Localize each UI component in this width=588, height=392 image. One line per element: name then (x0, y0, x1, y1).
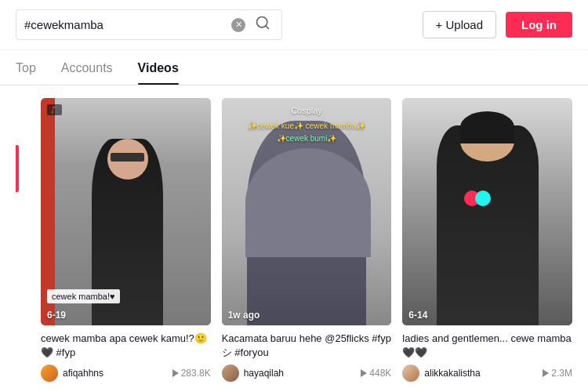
video-card-3: 6-14 ladies and gentlemen... cewe mamba … (402, 98, 572, 382)
videos-grid: 🎵 cewek mamba!♥ 6-19 cewek mamba apa cew… (41, 98, 572, 382)
cosplay-tag: Cosplay (291, 106, 322, 115)
upload-button[interactable]: + Upload (423, 11, 496, 38)
author-avatar-2 (222, 365, 239, 382)
sidebar-accent-bar (16, 145, 19, 192)
sidebar-partial (16, 98, 28, 382)
video-author-row-2: hayaqilah 448K (222, 365, 392, 382)
author-avatar-3 (402, 365, 419, 382)
video-card-1: 🎵 cewek mamba!♥ 6-19 cewek mamba apa cew… (41, 98, 211, 382)
video-duration-3: 6-14 (408, 310, 427, 321)
video-meta-3: ladies and gentlemen... cewe mamba 🖤🖤 al… (402, 332, 572, 382)
video-author-row-1: afiqahhns 283.8K (41, 365, 211, 382)
video-duration-2: 1w ago (228, 310, 260, 321)
play-icon-triangle-2 (361, 369, 367, 377)
play-count-2: 448K (361, 368, 391, 379)
video-thumbnail-3[interactable]: 6-14 (402, 98, 572, 325)
tab-videos[interactable]: Videos (138, 50, 179, 85)
author-avatar-1 (41, 365, 58, 382)
play-count-1: 283.8K (172, 368, 211, 379)
author-name-1: afiqahhns (63, 368, 103, 379)
video-description-3: ladies and gentlemen... cewe mamba 🖤🖤 (402, 332, 572, 360)
video-duration-1: 6-19 (47, 310, 66, 321)
search-button[interactable] (252, 15, 274, 34)
svg-line-1 (266, 26, 269, 29)
header-actions: + Upload Log in (423, 11, 572, 38)
header: ✕ + Upload Log in (0, 0, 588, 50)
login-button[interactable]: Log in (506, 12, 572, 38)
video-description-2: Kacamata baruu hehe @25flicks #fypシ #for… (222, 332, 392, 360)
play-icon-triangle-3 (543, 369, 549, 377)
author-name-3: alikkakalistha (424, 368, 480, 379)
video-overlay-text-1: cewek mamba!♥ (47, 289, 120, 303)
video-card-2: Cosplay ✨cewek kue✨ cewek mamba✨ ✨cewek … (222, 98, 392, 382)
video-thumbnail-1[interactable]: 🎵 cewek mamba!♥ 6-19 (41, 98, 211, 325)
search-input[interactable] (24, 18, 225, 31)
video-meta-1: cewek mamba apa cewek kamu!?🙂🖤 #fyp afiq… (41, 332, 211, 382)
tab-accounts[interactable]: Accounts (61, 50, 113, 85)
duet-dot-blue (475, 191, 491, 206)
video-description-1: cewek mamba apa cewek kamu!?🙂🖤 #fyp (41, 332, 211, 360)
video-author-row-3: alikkakalistha 2.3M (402, 365, 572, 382)
watermark: 🎵 (47, 104, 62, 115)
author-name-2: hayaqilah (244, 368, 284, 379)
video-overlay-emoji-2: ✨cewek kue✨ cewek mamba✨ ✨cewek bumi✨ (248, 120, 366, 145)
tab-top[interactable]: Top (16, 50, 36, 85)
duet-icons (464, 191, 491, 206)
tabs-bar: Top Accounts Videos (0, 50, 588, 85)
play-icon-triangle-1 (172, 369, 179, 377)
emoji-line2: ✨cewek bumi✨ (248, 132, 366, 145)
clear-icon[interactable]: ✕ (231, 18, 245, 32)
emoji-line1: ✨cewek kue✨ cewek mamba✨ (248, 120, 366, 132)
content-area: 🎵 cewek mamba!♥ 6-19 cewek mamba apa cew… (0, 85, 588, 392)
search-bar: ✕ (16, 9, 282, 40)
video-thumbnail-2[interactable]: Cosplay ✨cewek kue✨ cewek mamba✨ ✨cewek … (222, 98, 392, 325)
video-meta-2: Kacamata baruu hehe @25flicks #fypシ #for… (222, 332, 392, 382)
play-count-3: 2.3M (543, 368, 572, 379)
